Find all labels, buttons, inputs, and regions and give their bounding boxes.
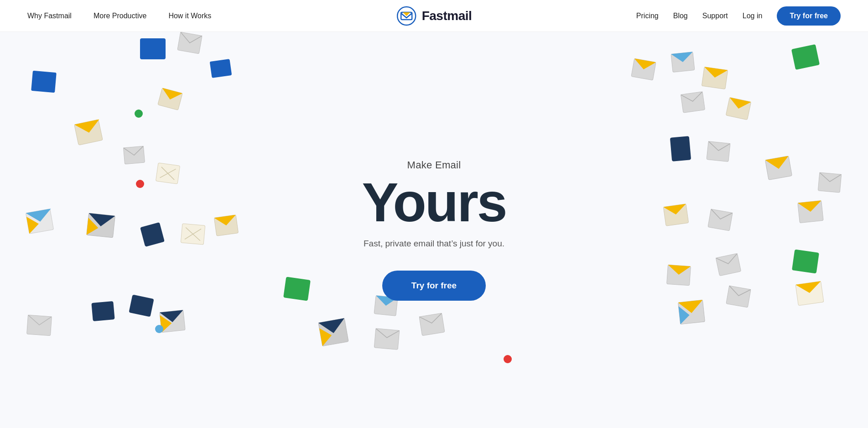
- svg-rect-57: [663, 204, 688, 226]
- svg-rect-70: [795, 281, 824, 305]
- svg-rect-53: [707, 141, 730, 162]
- nav-support[interactable]: Support: [702, 12, 728, 20]
- svg-rect-56: [818, 172, 841, 193]
- envelope-r8: [706, 140, 731, 162]
- envelope-r9: [764, 155, 793, 181]
- envelope-b2: [418, 312, 446, 337]
- svg-rect-17: [26, 209, 53, 234]
- svg-rect-4: [177, 32, 202, 54]
- svg-rect-44: [671, 52, 695, 73]
- envelope-r6: [725, 96, 752, 121]
- svg-rect-30: [129, 294, 154, 317]
- envelope-r13: [797, 199, 825, 224]
- svg-rect-48: [791, 44, 820, 70]
- envelope-r18: [725, 285, 752, 308]
- hero-content: Make Email Yours Fast, private email tha…: [362, 159, 506, 301]
- hero-subtitle: Make Email: [362, 159, 506, 171]
- envelope-12: [180, 223, 206, 246]
- svg-rect-37: [318, 318, 348, 346]
- navbar: Why Fastmail More Productive How it Work…: [0, 0, 868, 32]
- envelope-13: [213, 214, 239, 237]
- nav-pricing[interactable]: Pricing: [636, 12, 659, 20]
- svg-marker-51: [728, 97, 751, 111]
- nav-why-fastmail[interactable]: Why Fastmail: [27, 12, 72, 20]
- envelope-r3: [701, 66, 729, 90]
- svg-rect-65: [792, 249, 819, 273]
- svg-marker-63: [667, 265, 691, 275]
- envelope-15: [128, 293, 155, 318]
- hero-cta-button[interactable]: Try for free: [382, 271, 486, 301]
- svg-point-74: [504, 355, 512, 363]
- envelope-r10: [817, 172, 842, 193]
- svg-marker-43: [633, 58, 656, 71]
- dot-blue: [155, 325, 163, 333]
- envelope-4: [30, 70, 57, 94]
- nav-more-productive[interactable]: More Productive: [94, 12, 147, 20]
- svg-rect-12: [124, 146, 145, 164]
- svg-rect-34: [27, 315, 52, 336]
- svg-rect-73: [419, 313, 445, 335]
- dot-red-2: [504, 355, 512, 363]
- svg-marker-8: [74, 119, 102, 135]
- nav-cta-button[interactable]: Try for free: [777, 6, 841, 26]
- svg-rect-64: [716, 253, 741, 276]
- svg-marker-45: [671, 52, 694, 63]
- logo[interactable]: Fastmail: [396, 6, 472, 26]
- nav-how-it-works[interactable]: How it Works: [168, 12, 211, 20]
- envelope-1: [139, 37, 166, 60]
- hero-section: Make Email Yours Fast, private email tha…: [0, 0, 868, 428]
- svg-rect-66: [678, 300, 705, 324]
- svg-marker-32: [160, 310, 184, 323]
- svg-rect-23: [140, 222, 165, 247]
- svg-point-35: [155, 325, 163, 333]
- svg-marker-33: [160, 314, 172, 332]
- fastmail-logo-icon: [396, 6, 416, 26]
- svg-marker-22: [87, 218, 99, 236]
- svg-marker-19: [26, 215, 40, 234]
- envelope-9: [25, 208, 55, 235]
- envelope-3: [208, 58, 233, 79]
- envelope-r2: [670, 51, 696, 73]
- envelope-5: [73, 119, 104, 146]
- logo-text: Fastmail: [422, 9, 472, 23]
- envelope-b1: [373, 328, 400, 351]
- dot-green: [135, 110, 143, 118]
- envelope-r15: [715, 252, 742, 277]
- svg-line-16: [160, 167, 176, 180]
- svg-rect-60: [798, 200, 823, 223]
- svg-rect-5: [210, 59, 232, 78]
- envelope-19: [317, 317, 350, 347]
- svg-point-9: [135, 110, 143, 118]
- svg-rect-10: [158, 88, 182, 110]
- svg-rect-52: [670, 136, 691, 161]
- svg-rect-59: [708, 209, 733, 231]
- envelope-11: [139, 221, 166, 248]
- nav-blog[interactable]: Blog: [673, 12, 688, 20]
- svg-rect-69: [726, 286, 751, 308]
- svg-rect-6: [31, 71, 57, 93]
- svg-rect-46: [702, 67, 728, 89]
- svg-rect-20: [87, 213, 115, 238]
- nav-login[interactable]: Log in: [743, 12, 763, 20]
- svg-rect-50: [726, 97, 751, 120]
- envelope-14: [90, 300, 116, 322]
- nav-left: Why Fastmail More Productive How it Work…: [27, 12, 211, 20]
- svg-line-15: [160, 167, 176, 180]
- envelope-2: [177, 31, 203, 55]
- envelope-6: [156, 87, 183, 111]
- svg-rect-3: [140, 38, 166, 59]
- svg-rect-31: [160, 310, 185, 332]
- svg-marker-18: [26, 209, 52, 224]
- envelope-7: [122, 145, 146, 165]
- svg-rect-42: [631, 58, 656, 80]
- envelope-10: [85, 212, 116, 239]
- dot-red: [136, 180, 144, 188]
- svg-line-25: [185, 228, 201, 241]
- envelope-r1: [630, 57, 657, 81]
- svg-rect-24: [181, 224, 205, 245]
- svg-rect-54: [765, 156, 792, 180]
- svg-marker-28: [214, 215, 237, 227]
- envelope-17: [26, 314, 52, 337]
- svg-marker-38: [318, 318, 347, 335]
- envelope-r4: [790, 43, 821, 71]
